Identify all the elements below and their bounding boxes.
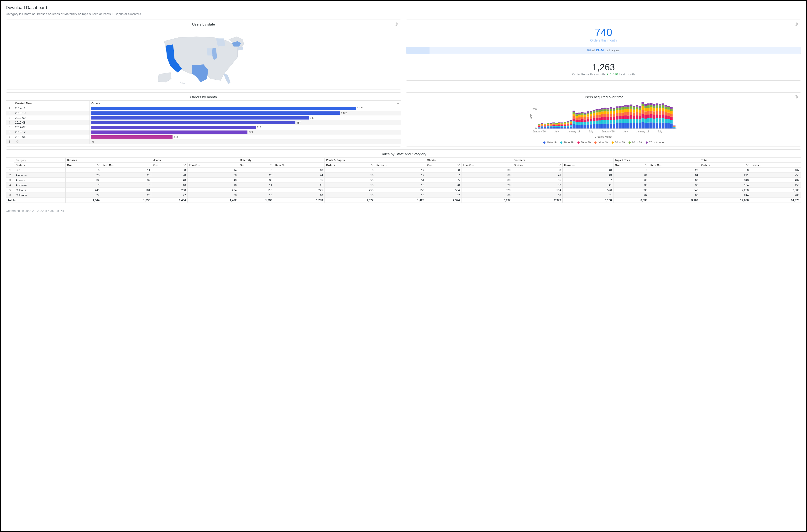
col-header-total[interactable]: Total <box>700 158 801 163</box>
bar-value: 353 <box>173 135 178 138</box>
legend-item[interactable]: 20 to 29 <box>560 141 574 144</box>
row-month: 2019-08 <box>13 120 90 125</box>
col-header-orders[interactable]: Orders <box>512 163 563 168</box>
us-map[interactable] <box>6 28 401 89</box>
row-bar-cell: 946 <box>90 115 401 120</box>
bar <box>91 121 295 124</box>
orders-month-row[interactable]: 80 <box>6 139 401 144</box>
row-index: 2 <box>6 173 14 178</box>
stacked-bar-chart[interactable]: 0250UsersJanuary '16JulyJanuary '17JulyJ… <box>410 100 797 134</box>
orders-month-row[interactable]: 62019-12679 <box>6 130 401 135</box>
state-texas[interactable] <box>192 64 208 82</box>
col-header-jeans[interactable]: Jeans <box>152 158 238 163</box>
col-header-sweaters[interactable]: Sweaters <box>512 158 613 163</box>
col-header-items[interactable]: Items Count <box>563 163 614 168</box>
col-header-items[interactable]: Item Cou <box>649 163 700 168</box>
svg-rect-301 <box>656 105 658 108</box>
table-row[interactable]: 3Arizona32324040353550518588858768693484… <box>6 178 801 183</box>
globe-icon <box>394 22 398 26</box>
svg-rect-79 <box>567 127 569 129</box>
col-header-orders[interactable]: Orders <box>90 101 401 106</box>
svg-rect-323 <box>664 105 667 107</box>
table-row[interactable]: 10110140180170380400290167 <box>6 168 801 173</box>
orders-month-row[interactable]: 42019-08887 <box>6 120 401 125</box>
legend-label: 10 to 19 <box>547 141 557 144</box>
orders-month-row[interactable]: 22019-101,081 <box>6 111 401 115</box>
cell-value: 29 <box>649 168 700 173</box>
orders-month-row[interactable]: 32019-09946 <box>6 115 401 120</box>
svg-rect-62 <box>558 123 561 124</box>
cell-value: 17 <box>375 173 426 178</box>
col-header-orders[interactable]: Orders <box>324 163 375 168</box>
table-row[interactable]: 5California24926126026421822525325950452… <box>6 188 801 193</box>
cell-value: 11 <box>274 183 324 188</box>
svg-rect-16 <box>541 127 543 129</box>
svg-rect-307 <box>659 108 661 111</box>
col-header-state[interactable]: State ▴ <box>14 163 65 168</box>
table-row[interactable]: 6Colorado2728272810101010676060616266244… <box>6 193 801 198</box>
col-header-created-month[interactable]: Created Month <box>13 101 90 106</box>
table-row[interactable]: 4Arkansas9916161111151528283741333313415… <box>6 183 801 188</box>
legend-item[interactable]: 50 to 59 <box>612 141 625 144</box>
cell-value: 35 <box>238 178 274 183</box>
cell-value: 0 <box>152 168 187 173</box>
col-header-orders[interactable]: Orc <box>65 163 101 168</box>
col-header-items[interactable]: Item Cou <box>187 163 238 168</box>
legend-item[interactable]: 30 to 39 <box>578 141 591 144</box>
legend-item[interactable]: 70 or Above <box>646 141 663 144</box>
cell-value: 16 <box>152 183 187 188</box>
cell-value: 40 <box>152 178 187 183</box>
col-header-dresses[interactable]: Dresses <box>65 158 152 163</box>
legend-dot-icon <box>543 141 545 144</box>
svg-rect-327 <box>668 113 670 116</box>
svg-rect-98 <box>573 112 575 114</box>
col-header-orders[interactable]: Orc <box>238 163 274 168</box>
col-header-tops-tees[interactable]: Tops & Tees <box>613 158 700 163</box>
svg-rect-168 <box>601 110 604 112</box>
orders-month-row[interactable]: 72019-06353 <box>6 135 401 139</box>
orders-month-row[interactable]: 52019-07716 <box>6 125 401 130</box>
svg-rect-193 <box>613 117 615 120</box>
svg-rect-243 <box>633 113 635 116</box>
cell-value: 38 <box>461 168 512 173</box>
svg-rect-239 <box>630 104 632 106</box>
table-row[interactable]: 2Alabama25252020232416175760414361642112… <box>6 173 801 178</box>
legend-label: 70 or Above <box>649 141 663 144</box>
col-header-orders[interactable]: Orc <box>152 163 187 168</box>
col-header-orders[interactable]: Orc <box>613 163 649 168</box>
row-month: 2019-09 <box>13 115 90 120</box>
svg-rect-278 <box>648 111 650 115</box>
svg-rect-14 <box>538 124 541 125</box>
col-header-shorts[interactable]: Shorts <box>426 158 512 163</box>
row-index: 4 <box>6 120 13 125</box>
cell-value: 28 <box>101 193 152 198</box>
svg-rect-121 <box>584 125 586 129</box>
col-header-pants-capris[interactable]: Pants & Capris <box>324 158 426 163</box>
legend-label: 50 to 59 <box>615 141 625 144</box>
sales-table[interactable]: CategoryDressesJeansMaternityPants & Cap… <box>6 157 801 203</box>
svg-text:July: July <box>554 130 559 133</box>
svg-rect-263 <box>642 114 644 118</box>
svg-rect-100 <box>576 125 578 129</box>
svg-rect-148 <box>593 110 595 111</box>
legend-label: 30 to 39 <box>581 141 591 144</box>
col-header-items[interactable]: Item Cou <box>461 163 512 168</box>
kpi-orders-of: of <box>592 49 595 52</box>
totals-value: 1,425 <box>375 198 426 203</box>
col-header-orders[interactable]: Orc <box>426 163 461 168</box>
col-header-orders[interactable]: Orders <box>700 163 750 168</box>
col-header-maternity[interactable]: Maternity <box>238 158 324 163</box>
cell-value: 167 <box>750 168 801 173</box>
col-header-items[interactable]: Items Count <box>375 163 426 168</box>
legend-item[interactable]: 60 to 69 <box>628 141 642 144</box>
col-header-items[interactable]: Items Count <box>750 163 801 168</box>
legend-item[interactable]: 40 to 49 <box>595 141 608 144</box>
svg-rect-310 <box>662 122 664 129</box>
legend-item[interactable]: 10 to 19 <box>543 141 557 144</box>
cell-value: 87 <box>563 178 614 183</box>
cell-value: 548 <box>649 188 700 193</box>
svg-rect-120 <box>581 112 584 113</box>
col-header-items[interactable]: Item Cou <box>101 163 152 168</box>
orders-month-row[interactable]: 12019-111,151 <box>6 106 401 111</box>
col-header-items[interactable]: Item Cou <box>274 163 324 168</box>
